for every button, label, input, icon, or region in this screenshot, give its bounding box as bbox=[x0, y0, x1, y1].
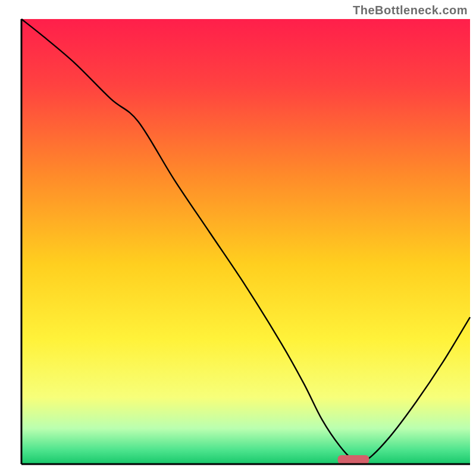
bottleneck-curve-chart bbox=[0, 0, 476, 476]
optimal-marker bbox=[338, 455, 369, 464]
watermark-text: TheBottleneck.com bbox=[353, 4, 468, 17]
chart-container: TheBottleneck.com bbox=[0, 0, 476, 476]
gradient-background bbox=[21, 19, 470, 464]
